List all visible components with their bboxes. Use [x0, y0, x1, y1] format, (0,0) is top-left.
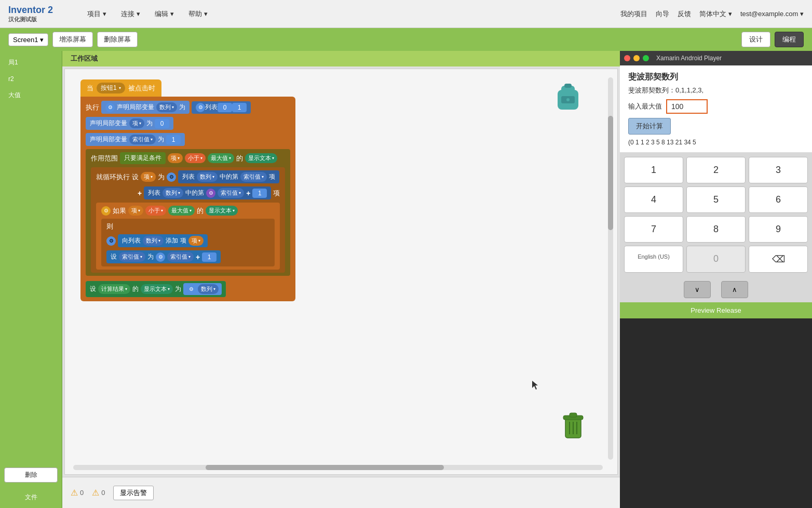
traffic-light-red[interactable] [624, 55, 630, 61]
svg-rect-2 [564, 84, 572, 88]
item-dropdown-loop[interactable]: 项 ▾ [141, 172, 156, 182]
cursor [532, 381, 538, 390]
plus-row: + 列表 数列 ▾ 中的第 ⚙ [96, 186, 280, 199]
num-1-block-2[interactable]: 1 [252, 189, 267, 198]
show-warning-button[interactable]: 显示告警 [113, 486, 154, 500]
calc-button[interactable]: 开始计算 [628, 118, 671, 135]
work-canvas[interactable]: 当 按钮1 ▾ 被点击时 执行 ⚙ 声明局部变量 [64, 69, 618, 475]
traffic-light-green[interactable] [643, 55, 649, 61]
list-block-1[interactable]: ⚙ 列表 0 1 [192, 101, 251, 114]
num-list-drop-add[interactable]: 数列 ▾ [143, 236, 164, 246]
traffic-light-yellow[interactable] [633, 55, 640, 61]
vertical-scrollbar[interactable] [608, 77, 613, 460]
set-index-row: 设 索引值 ▾ 为 ⚙ 索引值 [106, 250, 269, 263]
num-key-lang[interactable]: English (US) [624, 246, 683, 273]
max-dropdown-if[interactable]: 最大值 ▾ [168, 206, 195, 216]
trash-icon[interactable] [560, 410, 586, 443]
declare-list-block[interactable]: ⚙ 声明局部变量 数列 ▾ 为 [101, 101, 190, 114]
sidebar-item-3[interactable]: 大值 [4, 88, 58, 103]
num-1-block[interactable]: 1 [232, 103, 247, 112]
sidebar-item-1[interactable]: 局1 [4, 55, 58, 70]
nav-down-arrow[interactable]: ∨ [684, 281, 711, 298]
index-val-drop[interactable]: 索引值 ▾ [119, 252, 145, 262]
num-key-1[interactable]: 1 [624, 157, 683, 183]
while-block[interactable]: 只要满足条件 [120, 152, 166, 164]
less-than-dropdown[interactable]: 小于 ▾ [185, 153, 206, 163]
add-screen-button[interactable]: 增添屏幕 [52, 32, 93, 47]
item-dropdown-1[interactable]: 项 ▾ [129, 118, 144, 128]
num-key-7[interactable]: 7 [624, 216, 683, 243]
one-block-1[interactable]: 1 [166, 135, 181, 144]
declare-index-block[interactable]: 声明局部变量 索引值 ▾ 为 1 [86, 133, 185, 146]
gear-set-idx: ⚙ [156, 252, 165, 262]
nav-up-arrow[interactable]: ∧ [721, 281, 748, 298]
num-1-b[interactable]: 1 [202, 252, 216, 262]
work-area-header: 工作区域 [62, 51, 620, 66]
nav-arrows: ∨ ∧ [620, 277, 812, 302]
index-drop-loop[interactable]: 索引值 ▾ [240, 172, 267, 182]
num-0-block[interactable]: 0 [218, 103, 232, 112]
num-key-6[interactable]: 6 [749, 186, 808, 213]
add-to-list-block[interactable]: 向列表 数列 ▾ 添加 项 项 [118, 234, 208, 247]
declare-item-block[interactable]: 声明局部变量 项 ▾ 为 0 [86, 117, 173, 130]
main-layout: 局1 r2 大值 删除 文件 工作区域 [0, 51, 812, 508]
nav-help[interactable]: 帮助 ▾ [182, 6, 214, 22]
zero-block-1[interactable]: 0 [155, 119, 169, 128]
item-dropdown-scope[interactable]: 项 ▾ [168, 153, 183, 163]
horizontal-scrollbar[interactable] [73, 465, 603, 470]
code-button[interactable]: 编程 [775, 32, 804, 47]
item-drop-add[interactable]: 项 ▾ [188, 236, 204, 246]
num-list-drop-result[interactable]: 数列 ▾ [198, 284, 219, 294]
remove-screen-button[interactable]: 删除屏幕 [97, 32, 138, 47]
list-block-plus[interactable]: 列表 数列 ▾ 中的第 ⚙ 索引值 ▾ [144, 186, 271, 199]
nav-project[interactable]: 项目 ▾ [81, 6, 113, 22]
index-dropdown-1[interactable]: 索引值 ▾ [129, 135, 156, 144]
screen-selector[interactable]: Screen1 ▾ [8, 33, 48, 46]
app-subtitle: 汉化测试版 [8, 16, 71, 23]
list-block-loop[interactable]: 列表 数列 ▾ 中的第 索引值 ▾ [178, 170, 279, 183]
scope-block: 作用范围 只要满足条件 项 ▾ 小于 ▾ [86, 149, 290, 276]
num-key-3[interactable]: 3 [749, 157, 808, 183]
num-key-9[interactable]: 9 [749, 216, 808, 243]
if-row: ⚙ 如果 项 ▾ 小于 ▾ [101, 206, 275, 216]
set-result-row: 设 计算结果 ▾ 的 显示文本 ▾ 为 [86, 281, 290, 297]
index-drop-3[interactable]: 索引值 ▾ [167, 252, 194, 262]
index-drop-2[interactable]: 索引值 ▾ [218, 188, 244, 198]
num-list-result[interactable]: ⚙ 数列 ▾ [183, 283, 222, 295]
num-key-0[interactable]: 0 [686, 246, 746, 273]
display-text-dropdown-1[interactable]: 显示文本 ▾ [245, 153, 277, 163]
set-index-block[interactable]: 设 索引值 ▾ 为 ⚙ 索引值 [106, 250, 221, 263]
num-key-5[interactable]: 5 [686, 186, 746, 213]
top-navbar: Inventor 2 汉化测试版 项目 ▾ 连接 ▾ 编辑 ▾ 帮助 ▾ 我的项… [0, 0, 812, 28]
language[interactable]: 简体中文 ▾ [699, 9, 732, 19]
design-button[interactable]: 设计 [741, 32, 770, 47]
display-text-if[interactable]: 显示文本 ▾ [206, 206, 238, 216]
nav-connect[interactable]: 连接 ▾ [115, 6, 146, 22]
num-key-4[interactable]: 4 [624, 186, 683, 213]
nav-edit[interactable]: 编辑 ▾ [148, 6, 180, 22]
feedback[interactable]: 反馈 [678, 9, 691, 19]
preview-release-banner[interactable]: Preview Release [620, 302, 812, 318]
set-result-block[interactable]: 设 计算结果 ▾ 的 显示文本 ▾ 为 [86, 281, 226, 297]
declare-index-row: 声明局部变量 索引值 ▾ 为 1 [86, 133, 290, 146]
button-pill[interactable]: 按钮1 ▾ [97, 83, 125, 93]
second-toolbar: Screen1 ▾ 增添屏幕 删除屏幕 设计 编程 [0, 28, 812, 51]
block-code-area: 当 按钮1 ▾ 被点击时 执行 ⚙ 声明局部变量 [80, 79, 295, 301]
user-account[interactable]: test@example.com ▾ [740, 10, 804, 18]
item-dropdown-if[interactable]: 项 ▾ [128, 206, 143, 216]
guide[interactable]: 向导 [656, 9, 669, 19]
num-list-dropdown[interactable]: 数列 ▾ [156, 102, 177, 112]
num-list-drop-loop[interactable]: 数列 ▾ [197, 172, 218, 182]
less-than-if[interactable]: 小于 ▾ [145, 206, 166, 216]
num-list-drop-2[interactable]: 数列 ▾ [163, 188, 183, 198]
my-projects[interactable]: 我的项目 [620, 9, 647, 19]
max-input[interactable] [666, 99, 708, 114]
num-key-8[interactable]: 8 [686, 216, 746, 243]
display-text-result[interactable]: 显示文本 ▾ [141, 284, 173, 294]
delete-button[interactable]: 删除 [4, 467, 58, 483]
max-dropdown[interactable]: 最大值 ▾ [208, 153, 234, 163]
sidebar-item-2[interactable]: r2 [4, 72, 58, 86]
calc-result-drop[interactable]: 计算结果 ▾ [98, 284, 130, 294]
num-key-backspace[interactable]: ⌫ [749, 246, 808, 273]
num-key-2[interactable]: 2 [686, 157, 746, 183]
